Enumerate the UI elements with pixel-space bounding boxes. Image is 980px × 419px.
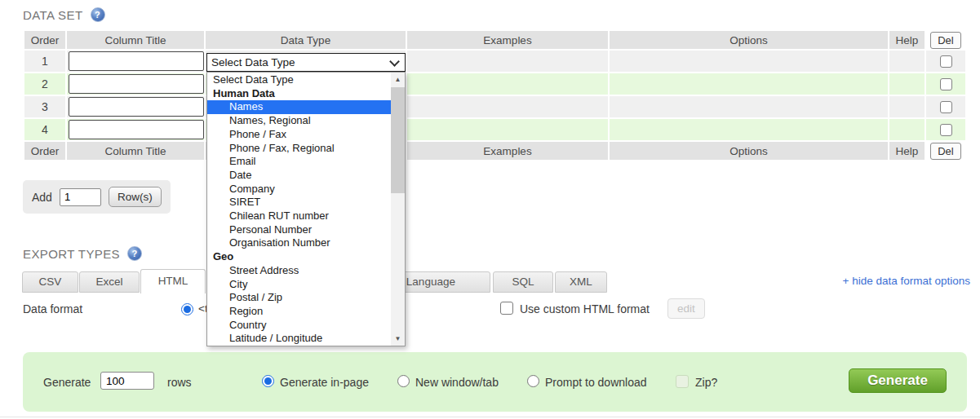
dropdown-option[interactable]: Country bbox=[207, 319, 391, 333]
column-title-input[interactable] bbox=[69, 74, 204, 94]
new-window-tab-radio[interactable] bbox=[397, 375, 410, 387]
add-rows-count-input[interactable] bbox=[60, 188, 101, 206]
hide-data-format-options-link[interactable]: + hide data format options bbox=[843, 275, 970, 287]
data-type-select[interactable]: Select Data Type bbox=[206, 53, 406, 72]
generate-in-page-label: Generate in-page bbox=[280, 376, 369, 389]
dropdown-option[interactable]: Phone / Fax, Regional bbox=[207, 142, 391, 156]
delete-row-checkbox[interactable] bbox=[940, 124, 952, 136]
generate-label: Generate bbox=[43, 376, 91, 389]
dropdown-option[interactable]: Date bbox=[207, 169, 391, 183]
options-cell bbox=[610, 51, 888, 72]
tab-html[interactable]: HTML bbox=[140, 269, 206, 293]
col-footer-order: Order bbox=[24, 142, 65, 160]
dataset-table: Order Column Title Data Type Examples Op… bbox=[23, 29, 967, 161]
row-order: 4 bbox=[24, 119, 65, 140]
delete-row-checkbox[interactable] bbox=[940, 101, 952, 113]
col-footer-help: Help bbox=[889, 142, 925, 160]
dataset-section-title: DATA SET ? bbox=[23, 7, 105, 22]
dropdown-option[interactable]: Latitude / Longitude bbox=[207, 332, 391, 346]
col-header-column-title: Column Title bbox=[67, 31, 204, 49]
options-cell bbox=[610, 119, 888, 140]
zip-label: Zip? bbox=[695, 376, 717, 389]
scrollbar-thumb[interactable] bbox=[391, 87, 405, 193]
prompt-to-download-label: Prompt to download bbox=[545, 376, 647, 389]
col-header-help: Help bbox=[889, 31, 925, 49]
data-type-dropdown-list: Select Data Type Human Data Names Names,… bbox=[206, 72, 406, 346]
dataset-title-text: DATA SET bbox=[23, 8, 83, 22]
table-row: 3 bbox=[24, 96, 965, 117]
dropdown-option[interactable]: Chilean RUT number bbox=[207, 210, 391, 223]
dropdown-option[interactable]: Company bbox=[207, 183, 391, 196]
table-row: 4 bbox=[24, 119, 965, 140]
dropdown-option-selected[interactable]: Names bbox=[207, 100, 391, 114]
generate-in-page-radio[interactable] bbox=[262, 375, 274, 387]
tab-excel[interactable]: Excel bbox=[79, 271, 140, 293]
dropdown-option[interactable]: Phone / Fax bbox=[207, 128, 391, 142]
page-bottom-divider bbox=[0, 417, 980, 417]
examples-cell bbox=[407, 96, 608, 117]
dropdown-group-label: Human Data bbox=[207, 87, 391, 101]
options-cell bbox=[610, 73, 888, 95]
examples-cell bbox=[407, 119, 608, 140]
row-order: 1 bbox=[24, 51, 65, 72]
help-icon[interactable]: ? bbox=[127, 246, 142, 261]
dropdown-option[interactable]: Select Data Type bbox=[207, 73, 391, 87]
zip-checkbox bbox=[676, 375, 689, 388]
table-row: 2 bbox=[24, 73, 965, 95]
col-header-examples: Examples bbox=[407, 31, 608, 49]
delete-rows-button[interactable]: Del bbox=[930, 32, 961, 49]
col-footer-examples: Examples bbox=[407, 142, 608, 160]
dropdown-option[interactable]: Region bbox=[207, 305, 391, 319]
column-title-input[interactable] bbox=[69, 51, 204, 71]
export-types-title-text: EXPORT TYPES bbox=[23, 247, 120, 261]
add-rows-button[interactable]: Row(s) bbox=[109, 187, 162, 207]
dropdown-option[interactable]: Postal / Zip bbox=[207, 291, 391, 305]
num-rows-input[interactable] bbox=[100, 372, 154, 390]
use-custom-html-label: Use custom HTML format bbox=[520, 302, 650, 315]
help-cell bbox=[889, 96, 925, 117]
tab-sql[interactable]: SQL bbox=[493, 271, 553, 293]
dropdown-option[interactable]: Street Address bbox=[207, 264, 391, 278]
data-format-radio[interactable] bbox=[181, 303, 193, 315]
col-header-order: Order bbox=[24, 31, 65, 49]
scroll-up-icon[interactable]: ▲ bbox=[391, 73, 405, 86]
prompt-to-download-radio[interactable] bbox=[527, 375, 539, 387]
dropdown-group-label: Geo bbox=[207, 250, 391, 264]
dropdown-scrollbar[interactable]: ▲ ▼ bbox=[391, 73, 405, 346]
edit-button: edit bbox=[667, 298, 705, 319]
table-row: 1 bbox=[24, 51, 965, 72]
chevron-down-icon bbox=[389, 56, 400, 67]
use-custom-html-checkbox[interactable] bbox=[500, 302, 513, 315]
dropdown-options: Select Data Type Human Data Names Names,… bbox=[207, 73, 391, 346]
dropdown-option[interactable]: City bbox=[207, 278, 391, 292]
tab-csv[interactable]: CSV bbox=[22, 271, 78, 293]
dropdown-option[interactable]: Email bbox=[207, 155, 391, 169]
data-type-select-value: Select Data Type bbox=[211, 56, 295, 68]
tab-xml[interactable]: XML bbox=[555, 271, 607, 293]
add-rows-box: Add Row(s) bbox=[23, 180, 171, 214]
delete-row-checkbox[interactable] bbox=[940, 78, 952, 90]
column-title-input[interactable] bbox=[69, 120, 204, 139]
table-footer-header-row: Order Column Title Data Type Examples Op… bbox=[24, 142, 965, 160]
examples-cell bbox=[407, 73, 608, 95]
help-icon[interactable]: ? bbox=[91, 7, 105, 22]
delete-row-checkbox[interactable] bbox=[940, 55, 952, 68]
examples-cell bbox=[407, 51, 608, 72]
export-types-section-title: EXPORT TYPES ? bbox=[23, 246, 142, 261]
col-footer-options: Options bbox=[610, 142, 888, 160]
scroll-down-icon[interactable]: ▼ bbox=[391, 333, 405, 345]
generate-bar: Generate rows Generate in-page New windo… bbox=[23, 352, 967, 412]
table-header-row: Order Column Title Data Type Examples Op… bbox=[24, 31, 965, 49]
col-header-data-type: Data Type bbox=[206, 31, 406, 49]
help-cell bbox=[889, 119, 925, 140]
delete-rows-button[interactable]: Del bbox=[930, 143, 961, 160]
options-cell bbox=[610, 96, 888, 117]
col-footer-column-title: Column Title bbox=[67, 142, 204, 160]
row-order: 3 bbox=[24, 96, 65, 117]
dropdown-option[interactable]: Names, Regional bbox=[207, 114, 391, 128]
generate-button[interactable]: Generate bbox=[849, 368, 947, 393]
dropdown-option[interactable]: Organisation Number bbox=[207, 236, 391, 250]
dropdown-option[interactable]: Personal Number bbox=[207, 223, 391, 237]
column-title-input[interactable] bbox=[69, 97, 204, 117]
dropdown-option[interactable]: SIRET bbox=[207, 196, 391, 210]
